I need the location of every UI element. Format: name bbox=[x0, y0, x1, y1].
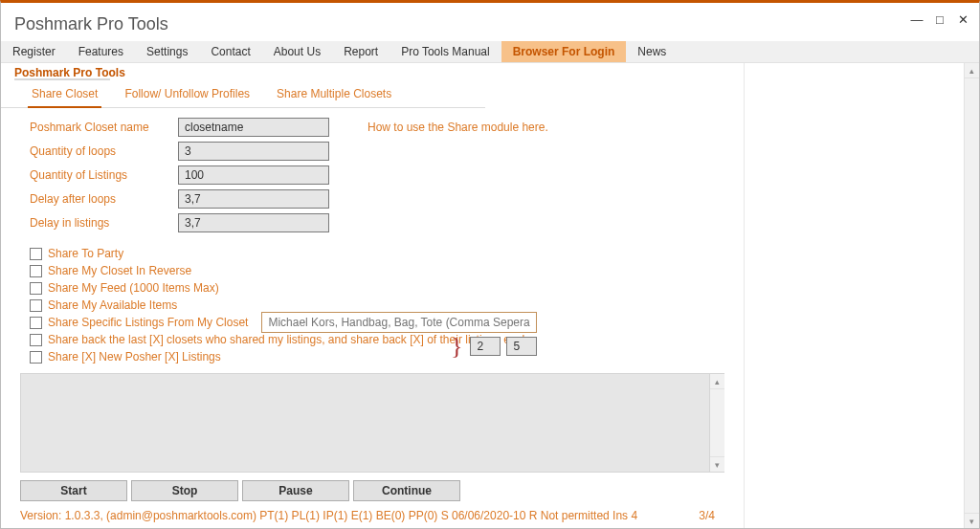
input-delay-loops[interactable] bbox=[178, 189, 329, 209]
scroll-up-icon[interactable]: ▴ bbox=[710, 374, 724, 389]
lbl-available: Share My Available Items bbox=[48, 298, 177, 312]
minimize-button[interactable]: — bbox=[908, 13, 925, 26]
tab-follow-unfollow[interactable]: Follow/ Unfollow Profiles bbox=[121, 83, 254, 107]
menu-contact[interactable]: Contact bbox=[199, 41, 261, 62]
label-delay-listings: Delay in listings bbox=[30, 216, 178, 230]
continue-button[interactable]: Continue bbox=[353, 480, 460, 501]
menu-manual[interactable]: Pro Tools Manual bbox=[390, 41, 501, 62]
input-specific-tags[interactable] bbox=[261, 312, 537, 333]
label-loops: Quantity of loops bbox=[30, 144, 178, 158]
input-delay-listings[interactable] bbox=[178, 213, 329, 232]
hint-link[interactable]: How to use the Share module here. bbox=[368, 121, 548, 134]
input-x1[interactable] bbox=[470, 337, 501, 356]
status-right: 3/4 bbox=[699, 509, 715, 522]
window-controls: — □ ✕ bbox=[908, 13, 971, 26]
chk-specific[interactable] bbox=[30, 317, 42, 329]
chk-reverse[interactable] bbox=[30, 265, 42, 277]
label-listings: Quantity of Listings bbox=[30, 168, 178, 182]
brace-icon: } bbox=[451, 335, 462, 357]
input-x2[interactable] bbox=[506, 337, 537, 356]
scroll-down-icon[interactable]: ▾ bbox=[710, 456, 724, 472]
chk-available[interactable] bbox=[30, 299, 42, 312]
input-closet-name[interactable] bbox=[178, 118, 329, 137]
scroll-up-icon[interactable]: ▴ bbox=[965, 63, 979, 78]
tab-share-closet[interactable]: Share Closet bbox=[28, 83, 101, 108]
menu-settings[interactable]: Settings bbox=[135, 41, 199, 62]
menubar: Register Features Settings Contact About… bbox=[1, 41, 979, 63]
lbl-share-party: Share To Party bbox=[48, 247, 123, 260]
menu-browser-login[interactable]: Browser For Login bbox=[501, 41, 627, 62]
close-button[interactable]: ✕ bbox=[954, 13, 971, 26]
lbl-feed: Share My Feed (1000 Items Max) bbox=[48, 281, 219, 295]
input-loops[interactable] bbox=[178, 142, 329, 161]
right-panel: ▴ ▾ bbox=[744, 63, 979, 528]
chk-share-party[interactable] bbox=[30, 248, 42, 260]
chk-feed[interactable] bbox=[30, 282, 42, 295]
tool-title: Poshmark Pro Tools bbox=[1, 63, 744, 79]
titlebar: Poshmark Pro Tools — □ ✕ bbox=[1, 3, 979, 41]
app-title: Poshmark Pro Tools bbox=[14, 14, 168, 34]
pause-button[interactable]: Pause bbox=[242, 480, 349, 501]
menu-news[interactable]: News bbox=[626, 41, 678, 62]
log-area: ▴ ▾ bbox=[20, 373, 724, 473]
scroll-down-icon[interactable]: ▾ bbox=[965, 513, 979, 528]
tab-share-multiple[interactable]: Share Multiple Closets bbox=[273, 83, 395, 107]
menu-report[interactable]: Report bbox=[332, 41, 390, 62]
module-tabs: Share Closet Follow/ Unfollow Profiles S… bbox=[1, 83, 485, 108]
stop-button[interactable]: Stop bbox=[131, 480, 238, 501]
restore-button[interactable]: □ bbox=[931, 13, 948, 26]
log-scrollbar[interactable]: ▴ ▾ bbox=[709, 374, 724, 472]
menu-features[interactable]: Features bbox=[67, 41, 135, 62]
status-left: Version: 1.0.3.3, (admin@poshmarktools.c… bbox=[20, 509, 637, 522]
menu-about[interactable]: About Us bbox=[262, 41, 332, 62]
label-closet-name: Poshmark Closet name bbox=[30, 121, 178, 134]
chk-shareback[interactable] bbox=[30, 334, 42, 346]
input-listings[interactable] bbox=[178, 165, 329, 185]
start-button[interactable]: Start bbox=[20, 480, 127, 501]
label-delay-loops: Delay after loops bbox=[30, 192, 178, 206]
app-window: Poshmark Pro Tools — □ ✕ Register Featur… bbox=[0, 0, 980, 529]
right-scrollbar[interactable]: ▴ ▾ bbox=[964, 63, 979, 528]
lbl-reverse: Share My Closet In Reverse bbox=[48, 264, 191, 277]
menu-register[interactable]: Register bbox=[1, 41, 67, 62]
lbl-specific: Share Specific Listings From My Closet bbox=[48, 316, 248, 329]
